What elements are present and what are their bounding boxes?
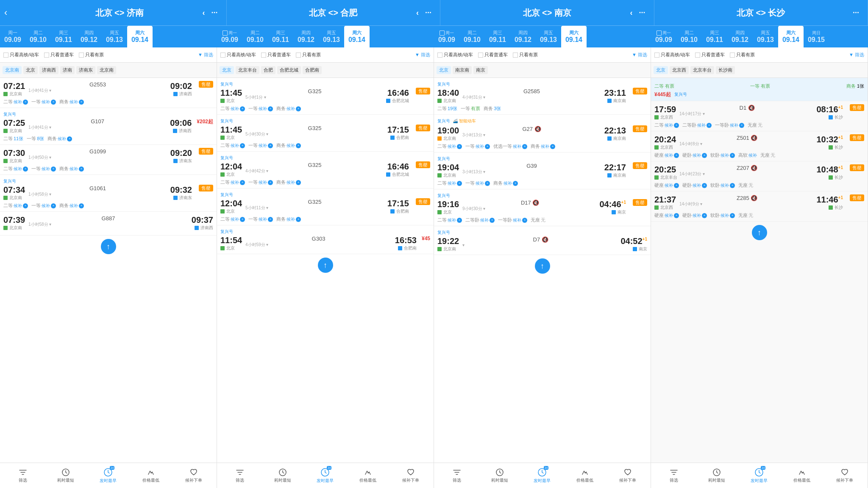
day-thu-2[interactable]: 周四09.12 xyxy=(293,26,319,47)
day-wed-3[interactable]: 周三09.11 xyxy=(485,26,510,47)
checkbox-available-4[interactable] xyxy=(730,53,735,58)
btn-time-short-1[interactable]: 耗时最短 xyxy=(57,468,74,483)
station-tag-bjn2[interactable]: 北京南 xyxy=(97,66,116,74)
btn-filter-3[interactable]: 筛选 xyxy=(448,468,465,483)
filter-normal-1[interactable]: 只看普通车 xyxy=(44,52,74,58)
day-wed-2[interactable]: 周三09.11 xyxy=(268,26,293,47)
day-cal-4[interactable]: 周一09.09 xyxy=(651,26,676,47)
btn-filter-1[interactable]: 筛选 xyxy=(14,468,31,483)
filter-available-2[interactable]: 只看有票 xyxy=(296,52,321,58)
btn-time-short-3[interactable]: 耗时最短 xyxy=(491,468,508,483)
route-tab-4[interactable]: 北京 <> 长沙 ··· xyxy=(654,0,868,25)
scroll-up-btn-1[interactable]: ↑ xyxy=(101,239,116,254)
route-more-3[interactable]: ··· xyxy=(639,8,645,17)
filter-available-3[interactable]: 只看有票 xyxy=(513,52,538,58)
filter-highspeed-4[interactable]: 只看高铁/动车 xyxy=(654,52,690,58)
btn-price-low-3[interactable]: 价格最低 xyxy=(576,468,593,483)
filter-normal-2[interactable]: 只看普通车 xyxy=(261,52,291,58)
btn-time-short-2[interactable]: 耗时最短 xyxy=(274,468,291,483)
scroll-up-btn-3[interactable]: ↑ xyxy=(535,258,550,274)
route-tab-2[interactable]: 北京 <> 合肥 ‹ ··· xyxy=(227,0,441,25)
route-more-2[interactable]: ··· xyxy=(425,8,431,17)
day-sat-3[interactable]: 周六09.14 xyxy=(561,26,587,47)
btn-time-short-4[interactable]: 耗时最短 xyxy=(708,468,725,483)
checkbox-normal-2[interactable] xyxy=(261,53,266,58)
day-cal-3[interactable]: 周一09.09 xyxy=(434,26,459,47)
btn-filter-2[interactable]: 筛选 xyxy=(231,468,248,483)
train-card-g325-2[interactable]: 复兴号 11:45 北京 G325 5小时30分 ▾ 17:15 合肥南 售罄 xyxy=(217,115,434,152)
day-fri-1[interactable]: 周五09.13 xyxy=(102,26,127,47)
day-sat-2[interactable]: 周六09.14 xyxy=(344,26,370,47)
day-wed-1[interactable]: 周三09.11 xyxy=(51,26,76,47)
day-thu-1[interactable]: 周四09.12 xyxy=(76,26,102,47)
station-tag-njn[interactable]: 南京南 xyxy=(453,66,472,74)
day-tue-2[interactable]: 周二09.10 xyxy=(242,26,268,47)
train-card-d17[interactable]: 复兴号 19:16 北京 D17 🔇 9小时30分 ▾ 04:46+1 南京 售… xyxy=(434,189,651,226)
train-card-g2585[interactable]: 复兴号 18:40 北京南 G2585 4小时31分 ▾ 23:11 南京南 售… xyxy=(434,78,651,115)
station-tag-bj4[interactable]: 北京 xyxy=(654,66,668,74)
checkbox-normal-1[interactable] xyxy=(44,53,49,58)
train-card-g325-1[interactable]: 复兴号 11:45 北京 G325 5小时1分 ▾ 16:46 合肥北城 售罄 xyxy=(217,78,434,115)
station-tag-hf[interactable]: 合肥 xyxy=(261,66,275,74)
day-tue-4[interactable]: 周二09.10 xyxy=(676,26,702,47)
filter-highspeed-2[interactable]: 只看高铁/动车 xyxy=(220,52,256,58)
station-tag-bj[interactable]: 北京 xyxy=(23,66,38,74)
scroll-up-btn-2[interactable]: ↑ xyxy=(318,258,333,273)
day-tue-1[interactable]: 周二09.10 xyxy=(25,26,51,47)
filter-normal-4[interactable]: 只看普通车 xyxy=(695,52,725,58)
train-card-z285[interactable]: 21:37 北京西 Z285 🔇 14小时9分 ▾ 11:46+1 长沙 售罄 … xyxy=(651,191,868,222)
filter-more-btn-2[interactable]: ▼ 筛选 xyxy=(415,52,430,58)
day-fri-2[interactable]: 周五09.13 xyxy=(319,26,344,47)
station-tag-jnx[interactable]: 济南西 xyxy=(39,66,58,74)
btn-waitlist-4[interactable]: 候补下单 xyxy=(836,468,853,483)
station-tag-bjft[interactable]: 北京丰台 xyxy=(236,66,259,74)
filter-more-btn-4[interactable]: ▼ 筛选 xyxy=(849,52,864,58)
route-nav-1[interactable]: ‹ xyxy=(203,8,205,17)
train-card-g1099[interactable]: 07:30 北京南 G1099 1小时50分 ▾ 09:20 济南东 售罄 二等… xyxy=(0,145,217,175)
btn-dep-early-3[interactable]: 24 发时最早 xyxy=(534,468,551,484)
btn-waitlist-1[interactable]: 候补下单 xyxy=(185,468,202,483)
checkbox-available-1[interactable] xyxy=(79,53,84,58)
station-tag-bjx[interactable]: 北京西 xyxy=(670,66,689,74)
btn-price-low-4[interactable]: 价格最低 xyxy=(793,468,810,483)
btn-dep-early-1[interactable]: 24 发时最早 xyxy=(100,468,117,484)
station-tag-jnd[interactable]: 济南东 xyxy=(76,66,95,74)
train-card-g39[interactable]: 复兴号 19:04 北京南 G39 3小时13分 ▾ 22:17 南京南 售罄 xyxy=(434,152,651,189)
train-card-g27[interactable]: 复兴号 🚄 智能动车 19:00 北京南 G27 🔇 3小时13分 ▾ 22:1… xyxy=(434,115,651,152)
train-card-g2553[interactable]: 07:21 北京南 G2553 1小时41分 ▾ 09:02 济南西 售罄 二等… xyxy=(0,78,217,108)
route-more-1[interactable]: ··· xyxy=(211,8,217,17)
station-tag-hfbc[interactable]: 合肥北城 xyxy=(277,66,301,74)
checkbox-highspeed-2[interactable] xyxy=(220,53,225,58)
train-card-g325-3[interactable]: 复兴号 12:04 北京 G325 4小时42分 ▾ 16:46 合肥北城 售罄 xyxy=(217,152,434,189)
station-tag-hfn[interactable]: 合肥南 xyxy=(303,66,322,74)
day-sat-4[interactable]: 周六09.14 xyxy=(778,26,804,47)
filter-highspeed-1[interactable]: 只看高铁/动车 xyxy=(3,52,39,58)
route-tab-1[interactable]: 北京 <> 济南 ‹ ··· xyxy=(13,0,227,25)
train-card-z501[interactable]: 20:24 北京西 Z501 🔇 14小时8分 ▾ 10:32+1 长沙 售罄 … xyxy=(651,131,868,161)
route-nav-2[interactable]: ‹ xyxy=(416,8,419,17)
filter-available-1[interactable]: 只看有票 xyxy=(79,52,104,58)
day-tue-3[interactable]: 周二09.10 xyxy=(459,26,485,47)
day-thu-3[interactable]: 周四09.12 xyxy=(510,26,536,47)
station-tag-bjft2[interactable]: 北京丰台 xyxy=(690,66,714,74)
btn-dep-early-2[interactable]: 24 发时最早 xyxy=(317,468,334,484)
route-tab-3[interactable]: 北京 <> 南京 ‹ ··· xyxy=(440,0,654,25)
checkbox-highspeed-1[interactable] xyxy=(3,53,8,58)
station-tag-csn[interactable]: 长沙南 xyxy=(716,66,735,74)
checkbox-highspeed-3[interactable] xyxy=(437,53,442,58)
day-cal-2[interactable]: 周一09.09 xyxy=(217,26,242,47)
checkbox-highspeed-4[interactable] xyxy=(654,53,659,58)
checkbox-available-2[interactable] xyxy=(296,53,301,58)
scroll-up-btn-4[interactable]: ↑ xyxy=(752,225,767,240)
filter-normal-3[interactable]: 只看普通车 xyxy=(478,52,508,58)
train-card-d7[interactable]: 复兴号 19:22 北京南 D7 🔇 ▾ 04:52+1 南京 xyxy=(434,226,651,255)
back-button[interactable]: ‹ xyxy=(4,7,7,18)
btn-filter-4[interactable]: 筛选 xyxy=(665,468,682,483)
day-wed-4[interactable]: 周三09.11 xyxy=(702,26,727,47)
checkbox-normal-3[interactable] xyxy=(478,53,483,58)
day-thu-4[interactable]: 周四09.12 xyxy=(727,26,753,47)
train-card-g325-4[interactable]: 复兴号 12:04 北京 G325 5小时11分 ▾ 17:15 合肥南 售罄 xyxy=(217,189,434,225)
station-tag-nj[interactable]: 南京 xyxy=(473,66,488,74)
day-extra-4[interactable]: 周日09.15 xyxy=(804,26,829,47)
day-sat-1[interactable]: 周六09.14 xyxy=(127,26,153,47)
